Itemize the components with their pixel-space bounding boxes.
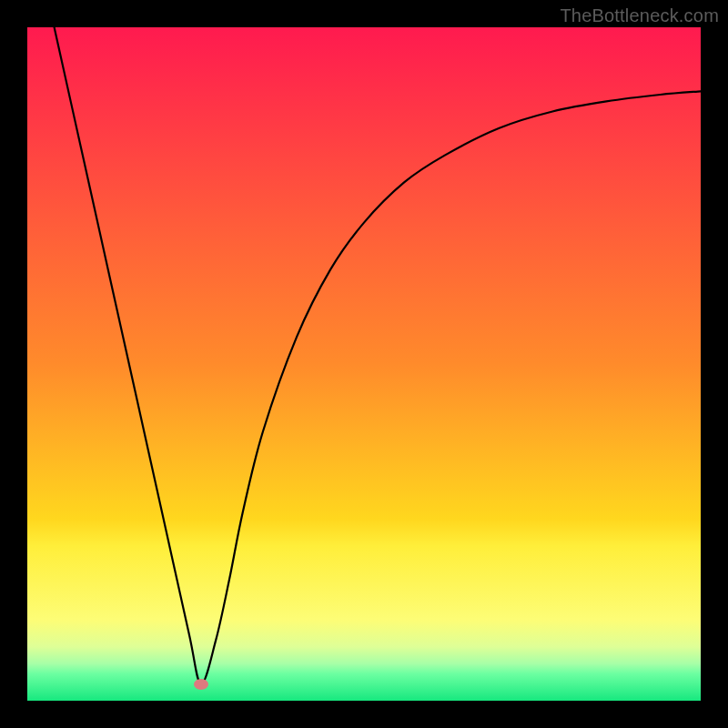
minimum-marker <box>194 679 208 690</box>
chart-stage: TheBottleneck.com <box>0 0 728 728</box>
attribution-label: TheBottleneck.com <box>560 5 719 26</box>
gradient-background <box>27 27 701 701</box>
